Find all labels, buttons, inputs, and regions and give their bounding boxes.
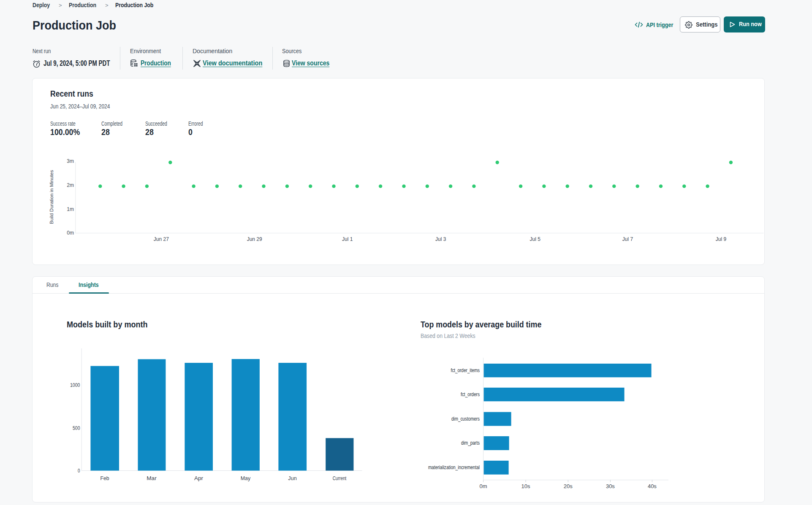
svg-text:Jun 29: Jun 29: [247, 236, 262, 242]
svg-text:1m: 1m: [67, 206, 74, 212]
svg-text:Jul 9: Jul 9: [716, 236, 727, 242]
svg-text:May: May: [241, 475, 251, 481]
svg-text:Jun: Jun: [288, 475, 296, 481]
svg-text:10s: 10s: [521, 483, 530, 489]
svg-text:0m: 0m: [67, 230, 74, 236]
svg-text:40s: 40s: [648, 483, 657, 489]
svg-text:Build Duration in Minutes: Build Duration in Minutes: [49, 170, 54, 224]
svg-text:0m: 0m: [480, 483, 487, 489]
svg-text:Jul 7: Jul 7: [622, 236, 633, 242]
svg-text:Jun 27: Jun 27: [154, 236, 169, 242]
svg-text:fct_order_items: fct_order_items: [451, 367, 480, 373]
svg-text:1000: 1000: [70, 382, 80, 388]
svg-text:20s: 20s: [564, 483, 573, 489]
svg-text:Feb: Feb: [100, 475, 109, 481]
svg-text:Mar: Mar: [147, 475, 157, 481]
svg-text:2m: 2m: [67, 182, 74, 188]
svg-text:Jul 3: Jul 3: [435, 236, 446, 242]
svg-text:30s: 30s: [606, 483, 615, 489]
svg-text:Jul 5: Jul 5: [530, 236, 541, 242]
svg-text:Apr: Apr: [194, 475, 204, 481]
svg-text:fct_orders: fct_orders: [461, 392, 480, 397]
svg-text:500: 500: [73, 425, 80, 431]
svg-text:Jul 1: Jul 1: [342, 236, 353, 242]
svg-text:Current: Current: [333, 475, 347, 481]
svg-text:dim_customers: dim_customers: [451, 416, 480, 422]
svg-text:dim_parts: dim_parts: [461, 440, 480, 446]
svg-text:3m: 3m: [67, 158, 74, 164]
svg-text:0: 0: [78, 468, 80, 474]
svg-text:materialization_incremental: materialization_incremental: [428, 464, 480, 470]
